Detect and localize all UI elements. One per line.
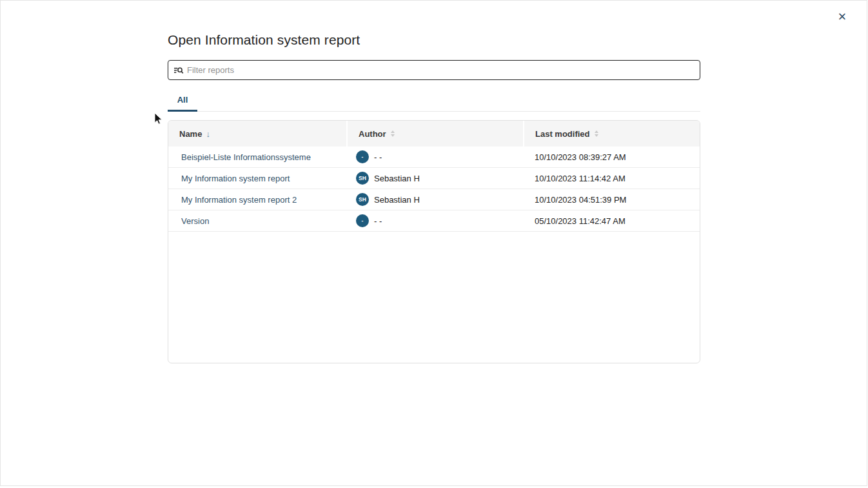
- table-row[interactable]: My Information system report SH Sebastia…: [168, 168, 700, 189]
- author-name: - -: [374, 216, 382, 226]
- report-name-link[interactable]: Beispiel-Liste Informationssysteme: [181, 152, 311, 162]
- report-author-cell: - - -: [348, 150, 523, 163]
- sort-neutral-icon: [391, 130, 395, 137]
- close-icon[interactable]: ×: [833, 8, 851, 26]
- report-name-cell: My Information system report 2: [168, 195, 346, 205]
- tab-bar: All: [168, 90, 700, 112]
- author-name: Sebastian H: [374, 195, 420, 205]
- author-avatar: SH: [356, 193, 369, 206]
- sort-neutral-icon: [595, 130, 598, 137]
- report-last-modified-cell: 10/10/2023 08:39:27 AM: [524, 152, 700, 162]
- table-header-row: Name ↓ Author Last modified: [168, 121, 700, 147]
- column-header-author[interactable]: Author: [348, 121, 523, 147]
- report-author-cell: SH Sebastian H: [348, 172, 523, 185]
- author-name: - -: [374, 152, 382, 162]
- author-avatar: -: [356, 150, 369, 163]
- report-name-link[interactable]: My Information system report 2: [181, 195, 297, 205]
- column-header-name-label: Name: [179, 129, 202, 139]
- sort-desc-icon: ↓: [206, 129, 210, 139]
- page-title: Open Information system report: [168, 32, 360, 48]
- table-row[interactable]: My Information system report 2 SH Sebast…: [168, 189, 700, 210]
- filter-reports-input[interactable]: [187, 65, 695, 75]
- column-header-last-modified[interactable]: Last modified: [524, 121, 700, 147]
- report-author-cell: - - -: [348, 214, 523, 227]
- mouse-cursor-icon: [153, 112, 163, 128]
- report-author-cell: SH Sebastian H: [348, 193, 523, 206]
- reports-table: Name ↓ Author Last modified Beispiel-Lis…: [168, 120, 700, 363]
- column-header-author-label: Author: [359, 129, 386, 139]
- column-header-last-modified-label: Last modified: [535, 129, 590, 139]
- tab-all[interactable]: All: [168, 90, 197, 112]
- author-name: Sebastian H: [374, 174, 420, 183]
- author-avatar: SH: [356, 172, 369, 185]
- column-header-name[interactable]: Name ↓: [168, 121, 346, 147]
- table-row[interactable]: Beispiel-Liste Informationssysteme - - -…: [168, 147, 700, 168]
- report-dialog: × Open Information system report All Nam…: [0, 0, 868, 488]
- table-row[interactable]: Version - - - 05/10/2023 11:42:47 AM: [168, 210, 700, 232]
- report-name-link[interactable]: Version: [181, 216, 209, 226]
- report-name-cell: My Information system report: [168, 174, 346, 183]
- report-name-cell: Beispiel-Liste Informationssysteme: [168, 152, 346, 162]
- report-last-modified-cell: 10/10/2023 11:14:42 AM: [524, 174, 700, 183]
- report-name-link[interactable]: My Information system report: [181, 174, 290, 183]
- manage-search-icon: [173, 65, 184, 76]
- report-last-modified-cell: 10/10/2023 04:51:39 PM: [524, 195, 700, 205]
- report-name-cell: Version: [168, 216, 346, 226]
- table-body: Beispiel-Liste Informationssysteme - - -…: [168, 147, 700, 232]
- author-avatar: -: [356, 214, 369, 227]
- report-last-modified-cell: 05/10/2023 11:42:47 AM: [524, 216, 700, 226]
- filter-reports-box: [168, 60, 700, 80]
